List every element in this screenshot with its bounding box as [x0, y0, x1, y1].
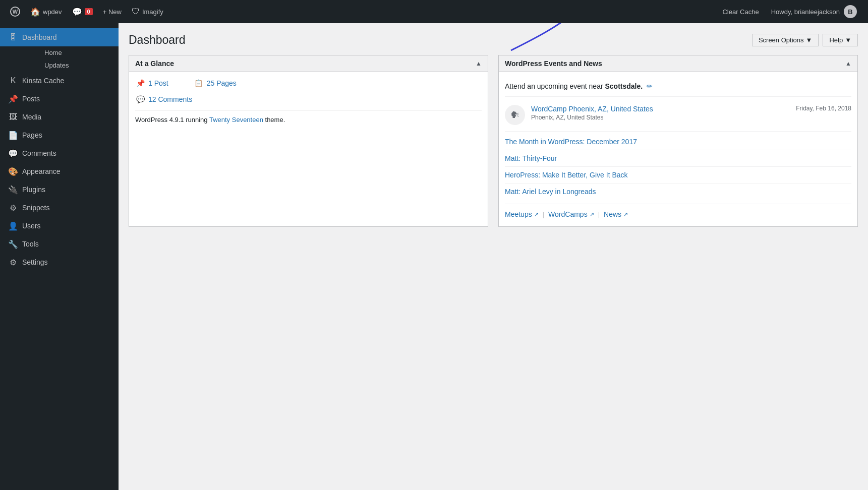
event-location: Phoenix, AZ, United States — [531, 114, 790, 121]
news-link-footer[interactable]: News ↗ — [604, 210, 628, 218]
wp-version-prefix: WordPress 4.9.1 running — [135, 116, 209, 124]
news-label: News — [604, 210, 621, 218]
main-header: Dashboard Screen Options ▼ — [129, 33, 858, 47]
theme-suffix: theme. — [263, 116, 285, 124]
sidebar-item-comments[interactable]: 💬 Comments — [0, 144, 119, 162]
page-title: Dashboard — [129, 33, 186, 47]
wp-events-body: Attend an upcoming event near Scottsdale… — [499, 72, 857, 226]
help-label: Help — [829, 36, 843, 44]
wp-events-header: WordPress Events and News ▲ — [499, 55, 857, 72]
snippets-icon: ⚙ — [8, 203, 18, 213]
comments-glance-link[interactable]: 💬 12 Comments — [135, 94, 192, 104]
user-avatar: B — [844, 5, 857, 18]
wp-logo-button[interactable]: W — [5, 0, 25, 23]
event-title-link[interactable]: WordCamp Phoenix, AZ, United States — [531, 105, 653, 113]
wp-events-title: WordPress Events and News — [505, 59, 602, 68]
sidebar: 🎛 Dashboard Home Updates K Kinsta Cache … — [0, 23, 119, 490]
screen-options-label: Screen Options — [759, 36, 804, 44]
pages-label: Pages — [22, 131, 42, 139]
home-icon: 🏠 — [30, 7, 40, 17]
main-content: Dashboard Screen Options ▼ — [119, 23, 868, 490]
screen-options-button[interactable]: Screen Options ▼ — [752, 34, 819, 46]
sidebar-item-pages[interactable]: 📄 Pages — [0, 126, 119, 144]
sidebar-item-media[interactable]: 🖼 Media — [0, 108, 119, 126]
media-label: Media — [22, 113, 41, 121]
arrow-annotation — [501, 23, 582, 55]
kinsta-icon: K — [8, 76, 18, 86]
posts-label: Posts — [22, 95, 40, 103]
howdy-button[interactable]: Howdy, brianleejackson B — [765, 0, 863, 23]
users-label: Users — [22, 222, 41, 230]
comments-glance-count: 12 Comments — [148, 95, 192, 103]
meetups-link[interactable]: Meetups ↗ — [505, 210, 539, 218]
city-name: Scottsdale. — [605, 82, 643, 90]
pages-glance-link[interactable]: 📋 25 Pages — [194, 78, 237, 88]
howdy-text: Howdy, brianleejackson — [771, 8, 840, 16]
sidebar-item-settings[interactable]: ⚙ Settings — [0, 253, 119, 271]
dashboard-label: Dashboard — [22, 33, 57, 41]
news-section: The Month in WordPress: December 2017 Ma… — [505, 134, 851, 200]
site-name-label: wpdev — [43, 8, 62, 16]
dashboard-grid: At a Glance ▲ 📌 1 Post 📋 25 Pages — [129, 55, 858, 227]
sidebar-item-posts[interactable]: 📌 Posts — [0, 90, 119, 108]
pin-icon: 📌 — [135, 78, 145, 88]
sidebar-item-dashboard[interactable]: 🎛 Dashboard — [0, 28, 119, 46]
plugins-icon: 🔌 — [8, 185, 18, 195]
help-button[interactable]: Help ▼ — [823, 34, 858, 46]
site-name-button[interactable]: 🏠 wpdev — [25, 0, 67, 23]
news-link-1[interactable]: Matt: Thirty-Four — [505, 150, 851, 167]
at-a-glance-widget: At a Glance ▲ 📌 1 Post 📋 25 Pages — [129, 55, 488, 227]
wp-events-widget: WordPress Events and News ▲ Attend an up… — [498, 55, 858, 227]
theme-link[interactable]: Twenty Seventeen — [209, 116, 263, 124]
tools-label: Tools — [22, 240, 39, 248]
news-link-3[interactable]: Matt: Ariel Levy in Longreads — [505, 183, 851, 200]
attend-prefix: Attend an upcoming event near — [505, 82, 605, 90]
comments-icon: 💬 — [72, 7, 82, 17]
pages-glance-icon: 📋 — [194, 78, 204, 88]
news-external-icon: ↗ — [623, 211, 628, 218]
sidebar-item-tools[interactable]: 🔧 Tools — [0, 235, 119, 253]
sidebar-item-kinsta-cache[interactable]: K Kinsta Cache — [0, 72, 119, 90]
event-details: WordCamp Phoenix, AZ, United States Phoe… — [531, 105, 790, 121]
kinsta-cache-label: Kinsta Cache — [22, 77, 64, 85]
meetups-external-icon: ↗ — [534, 211, 539, 218]
separator-1: | — [543, 211, 544, 218]
sidebar-item-snippets[interactable]: ⚙ Snippets — [0, 199, 119, 217]
clear-cache-button[interactable]: Clear Cache — [716, 0, 765, 23]
meetups-label: Meetups — [505, 210, 532, 218]
sidebar-item-home[interactable]: Home — [22, 46, 119, 59]
comments-glance-icon: 💬 — [135, 94, 145, 104]
updates-sub-label: Updates — [44, 62, 69, 69]
event-date: Friday, Feb 16, 2018 — [796, 105, 851, 112]
posts-glance-link[interactable]: 📌 1 Post — [135, 78, 168, 88]
snippets-label: Snippets — [22, 204, 49, 212]
glance-items: 📌 1 Post 📋 25 Pages — [135, 78, 482, 88]
comments-button[interactable]: 💬 0 — [67, 0, 98, 23]
appearance-label: Appearance — [22, 167, 61, 175]
at-a-glance-toggle[interactable]: ▲ — [476, 60, 482, 67]
edit-city-button[interactable]: ✏ — [647, 82, 653, 90]
comments-count-badge: 0 — [85, 8, 93, 15]
wp-events-toggle[interactable]: ▲ — [845, 60, 851, 67]
sidebar-item-appearance[interactable]: 🎨 Appearance — [0, 162, 119, 180]
news-link-2[interactable]: HeroPress: Make It Better, Give It Back — [505, 167, 851, 183]
footer-links: Meetups ↗ | WordCamps ↗ | News ↗ — [505, 204, 851, 220]
wordcamps-link[interactable]: WordCamps ↗ — [548, 210, 594, 218]
event-item: 🗣 WordCamp Phoenix, AZ, United States Ph… — [505, 99, 851, 132]
sidebar-item-plugins[interactable]: 🔌 Plugins — [0, 180, 119, 199]
imagify-button[interactable]: 🛡 Imagify — [127, 0, 168, 23]
wordcamps-external-icon: ↗ — [590, 211, 594, 218]
pages-count: 25 Pages — [207, 79, 237, 87]
comments-menu-label: Comments — [22, 149, 56, 157]
screen-options-arrow-icon: ▼ — [806, 36, 813, 44]
wordcamps-label: WordCamps — [548, 210, 588, 218]
sidebar-item-updates[interactable]: Updates — [22, 59, 119, 72]
news-link-0[interactable]: The Month in WordPress: December 2017 — [505, 134, 851, 150]
at-a-glance-body: 📌 1 Post 📋 25 Pages 💬 12 Comments — [129, 72, 488, 130]
sidebar-item-users[interactable]: 👤 Users — [0, 217, 119, 235]
users-icon: 👤 — [8, 221, 18, 231]
pages-icon: 📄 — [8, 130, 18, 140]
at-a-glance-title: At a Glance — [135, 59, 174, 68]
event-avatar-icon: 🗣 — [505, 105, 525, 125]
new-button[interactable]: + New — [98, 0, 127, 23]
